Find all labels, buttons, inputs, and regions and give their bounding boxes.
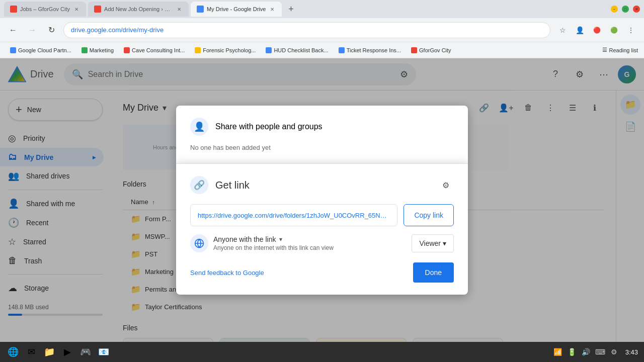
taskbar-gmail-icon[interactable]: ✉ [24,345,38,359]
tab-drive[interactable]: My Drive - Google Drive ✕ [191,2,282,17]
extension-icon1[interactable]: 🔴 [590,23,604,37]
globe-icon [194,238,204,248]
bookmark-label-1: Marketing [90,47,114,53]
bookmark-favicon-2 [124,47,130,53]
taskbar-right: 📶 🔋 🔊 ⌨ ⚙ 3:43 [553,347,638,357]
viewer-dropdown[interactable]: Viewer ▾ [412,234,454,252]
link-permission-desc: Anyone on the internet with this link ca… [213,244,407,251]
share-title-text: Share with people and groups [215,122,323,131]
tab-label-add-job: Add New Job Opening › GforGo... [104,6,173,12]
taskbar-chrome-icon[interactable]: 🌐 [6,345,20,359]
taskbar-youtube-icon[interactable]: ▶ [60,345,74,359]
bookmark-label-5: Ticket Response Ins... [347,47,401,53]
link-permission-text: Anyone with the link ▾ Anyone on the int… [213,235,407,251]
bookmark-label-4: HUD Checklist Back... [274,47,328,53]
address-input[interactable]: drive.google.com/drive/my-drive [63,22,550,38]
tab-favicon-jobs [10,6,17,13]
done-button[interactable]: Done [413,262,454,283]
bookmark-label-2: Cave Consulting Int... [132,47,185,53]
battery-icon: 🔋 [567,347,577,357]
volume-icon: 🔊 [581,347,591,357]
bookmark-label-0: Google Cloud Partn... [18,47,71,53]
link-url-text: https://drive.google.com/drive/folders/1… [198,212,390,219]
reload-button[interactable]: ↻ [44,23,58,37]
menu-button[interactable]: ⋮ [624,23,638,37]
bookmarks-bar: Google Cloud Partn... Marketing Cave Con… [0,42,644,58]
link-permission-icon [190,234,208,252]
link-permission-row: Anyone with the link ▾ Anyone on the int… [190,234,454,252]
permission-dropdown-arrow: ▾ [279,236,282,243]
taskbar-mail-icon[interactable]: 📧 [97,345,111,359]
bookmark-gforgov[interactable]: GforGov City [407,46,455,55]
bookmark-hud[interactable]: HUD Checklist Back... [262,46,332,55]
share-modal: 👤 Share with people and groups No one ha… [176,106,468,163]
copy-link-button[interactable]: Copy link [404,204,454,226]
bookmark-label-6: GforGov City [419,47,451,53]
tab-favicon-drive [197,6,204,13]
settings-sys-icon: ⚙ [609,347,619,357]
taskbar-files-icon[interactable]: 📁 [42,345,56,359]
bookmark-favicon-1 [82,47,88,53]
address-text: drive.google.com/drive/my-drive [71,26,164,34]
minimize-button[interactable]: − [611,6,618,13]
modal-footer: Send feedback to Google Done [190,262,454,283]
tab-jobs[interactable]: Jobs – GforGov City ✕ [4,2,86,17]
bookmark-star-icon[interactable]: ☆ [555,23,570,37]
get-link-settings-button[interactable]: ⚙ [438,177,454,193]
new-tab-button[interactable]: + [284,2,298,16]
keyboard-icon: ⌨ [595,347,605,357]
title-bar: Jobs – GforGov City ✕ Add New Job Openin… [0,0,644,18]
bookmark-favicon-4 [266,47,272,53]
tab-close-jobs[interactable]: ✕ [73,7,80,12]
reading-list-icon: ☰ [602,47,607,53]
bookmark-marketing[interactable]: Marketing [77,46,118,55]
permission-title-label: Anyone with the link [213,235,276,243]
settings-gear-icon: ⚙ [442,180,449,190]
bookmark-forensic[interactable]: Forensic Psycholog... [191,46,260,55]
profile-icon[interactable]: 👤 [573,23,587,37]
network-icon: 📶 [553,347,563,357]
feedback-link[interactable]: Send feedback to Google [190,269,264,277]
link-url-row: https://drive.google.com/drive/folders/1… [190,204,454,226]
viewer-arrow-icon: ▾ [443,239,446,247]
address-bar: ← → ↻ drive.google.com/drive/my-drive ☆ … [0,18,644,42]
close-button[interactable]: ✕ [633,6,640,13]
modal-overlay: 👤 Share with people and groups No one ha… [0,58,644,342]
reading-list-button[interactable]: ☰ Reading list [602,47,638,53]
bookmark-cloud-partners[interactable]: Google Cloud Partn... [6,46,75,55]
link-url-box: https://drive.google.com/drive/folders/1… [190,204,397,226]
bookmark-favicon-5 [339,47,345,53]
bookmark-cave[interactable]: Cave Consulting Int... [120,46,189,55]
toolbar-icons: ☆ 👤 🔴 🟢 ⋮ [555,23,638,37]
extension-icon2[interactable]: 🟢 [607,23,621,37]
get-link-modal: 🔗 Get link ⚙ https://drive.google.com/dr… [176,163,468,295]
bookmark-label-3: Forensic Psycholog... [203,47,256,53]
link-icon: 🔗 [190,176,208,194]
bookmark-favicon-6 [411,47,417,53]
tab-close-add-job[interactable]: ✕ [176,7,183,12]
get-link-title: Get link [215,179,431,191]
forward-button[interactable]: → [25,23,39,37]
taskbar: 🌐 ✉ 📁 ▶ 🎮 📧 📶 🔋 🔊 ⌨ ⚙ 3:43 [0,342,644,362]
taskbar-time: 3:43 [625,348,638,356]
share-modal-title: 👤 Share with people and groups [190,118,454,136]
viewer-label: Viewer [419,239,441,247]
title-bar-controls: − □ ✕ [611,6,640,13]
share-icon: 👤 [190,118,208,136]
browser-frame: Jobs – GforGov City ✕ Add New Job Openin… [0,0,644,362]
link-permission-title[interactable]: Anyone with the link ▾ [213,235,407,243]
maximize-button[interactable]: □ [622,6,629,13]
bookmark-favicon-3 [195,47,201,53]
bookmark-favicon-0 [10,47,16,53]
browser-content: Drive 🔍 ⚙ ? ⚙ ⋯ G + [0,58,644,342]
tab-label-drive: My Drive - Google Drive [207,6,266,12]
tab-label-jobs: Jobs – GforGov City [20,6,70,12]
tab-close-drive[interactable]: ✕ [269,7,276,12]
back-button[interactable]: ← [6,23,20,37]
bookmark-ticket[interactable]: Ticket Response Ins... [335,46,405,55]
get-link-header: 🔗 Get link ⚙ [190,176,454,194]
share-no-one-text: No one has been added yet [190,144,454,151]
reading-list-label: Reading list [609,47,638,53]
taskbar-play-icon[interactable]: 🎮 [78,345,93,359]
tab-add-job[interactable]: Add New Job Opening › GforGo... ✕ [88,2,189,17]
